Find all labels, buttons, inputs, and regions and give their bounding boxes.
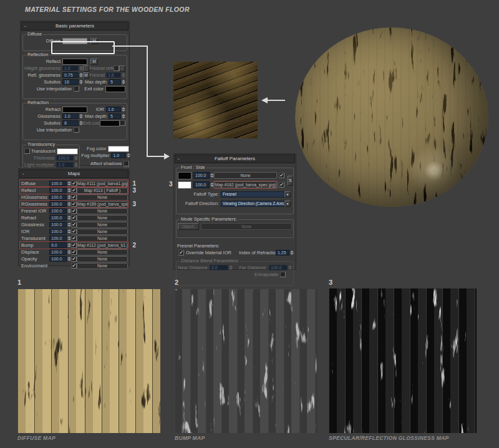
reflection-exit-color-swatch[interactable]: [105, 86, 125, 92]
translucent-checkbox[interactable]: [24, 148, 30, 154]
map-slot-button[interactable]: Map #111 (pod_barva1.jpg): [77, 181, 128, 187]
map-slot-button[interactable]: None: [77, 256, 128, 262]
collapse-icon[interactable]: -: [24, 22, 26, 29]
refraction-subdivs-spinner[interactable]: [79, 120, 83, 126]
reflection-subdivs-spinner[interactable]: [79, 79, 83, 85]
map-slot-button[interactable]: None: [77, 249, 128, 255]
light-multiplier-spinner[interactable]: [74, 162, 78, 168]
map-amount-spinner[interactable]: [67, 236, 71, 241]
map-enable-checkbox[interactable]: ✔: [71, 242, 77, 248]
side-color-swatch[interactable]: [178, 181, 191, 189]
side-map-checkbox[interactable]: ✔: [279, 182, 284, 188]
fresnel-reflections-checkbox[interactable]: [114, 65, 119, 71]
light-multiplier-field[interactable]: 1.0: [56, 162, 74, 168]
map-amount-spinner[interactable]: [67, 194, 71, 200]
basic-parameters-rollout-header[interactable]: - Basic parameters: [21, 22, 128, 31]
refract-color-swatch[interactable]: [62, 107, 87, 113]
collapse-icon[interactable]: -: [178, 155, 180, 162]
refl-glossiness-field[interactable]: 0.75: [62, 72, 79, 78]
affect-shadows-checkbox[interactable]: [124, 161, 129, 166]
refraction-glossiness-field[interactable]: 1.0: [62, 113, 79, 119]
map-enable-checkbox[interactable]: ✔: [71, 215, 77, 221]
falloff-type-dropdown[interactable]: Fresnel: [221, 191, 284, 198]
refraction-use-interpolation-checkbox[interactable]: [74, 127, 79, 133]
map-slot-button[interactable]: None: [77, 222, 128, 228]
map-amount-field[interactable]: 100.0: [49, 256, 67, 262]
map-amount-field[interactable]: 100.0: [49, 188, 67, 193]
refraction-exit-color-swatch[interactable]: [100, 120, 120, 126]
map-amount-spinner[interactable]: [67, 249, 71, 255]
map-enable-checkbox[interactable]: ✔: [71, 188, 77, 193]
map-amount-field[interactable]: 9.0: [49, 242, 67, 248]
map-slot-button[interactable]: None: [77, 208, 128, 214]
map-amount-field[interactable]: 100.0: [49, 208, 67, 214]
refl-glossiness-spinner[interactable]: [79, 72, 83, 78]
map-slot-button[interactable]: None: [77, 229, 128, 235]
falloff-rollout-header[interactable]: - Falloff Parameters: [175, 155, 295, 163]
refraction-subdivs-field[interactable]: 8: [62, 120, 79, 126]
falloff-direction-dropdown[interactable]: Viewing Direction (Camera Z-Axis): [221, 201, 284, 207]
fog-multiplier-field[interactable]: 1.0: [111, 153, 126, 158]
map-amount-spinner[interactable]: [67, 201, 71, 207]
refl-glossiness-map-button[interactable]: M: [83, 72, 89, 79]
reflection-use-interpolation-checkbox[interactable]: [74, 86, 79, 92]
hilight-lock-button[interactable]: L: [83, 65, 89, 72]
front-map-checkbox[interactable]: ✔: [279, 173, 284, 178]
map-slot-button[interactable]: Map #113 ( Falloff ): [77, 188, 128, 194]
index-of-refraction-spinner[interactable]: [289, 250, 294, 255]
hilight-glossiness-spinner[interactable]: [79, 65, 83, 71]
map-slot-button[interactable]: None: [77, 194, 128, 201]
front-map-slot-button[interactable]: None: [214, 172, 277, 179]
dropdown-arrow-icon[interactable]: ▼: [284, 201, 291, 207]
reflection-subdivs-field[interactable]: 16: [62, 79, 79, 85]
refraction-max-depth-spinner[interactable]: [121, 113, 125, 119]
near-distance-spinner[interactable]: [228, 265, 233, 270]
side-amount-spinner[interactable]: [210, 182, 214, 188]
map-amount-field[interactable]: 100.0: [49, 229, 67, 234]
refraction-ior-spinner[interactable]: [121, 107, 125, 112]
far-distance-field[interactable]: 100.0: [269, 265, 288, 270]
override-material-ior-checkbox[interactable]: ✔: [178, 250, 184, 255]
map-amount-field[interactable]: 100.0: [49, 181, 67, 186]
translucent-color-swatch[interactable]: [57, 148, 78, 155]
front-amount-field[interactable]: 100.0: [193, 172, 210, 179]
fresnel-lock-button[interactable]: L: [119, 65, 125, 72]
map-amount-spinner[interactable]: [67, 222, 71, 227]
map-amount-spinner[interactable]: [67, 242, 71, 248]
map-enable-checkbox[interactable]: ✔: [71, 229, 77, 234]
map-amount-spinner[interactable]: [67, 229, 71, 234]
side-amount-field[interactable]: 100.0: [193, 181, 210, 188]
refraction-ior-field[interactable]: 1.6: [106, 107, 121, 112]
map-amount-field[interactable]: 100.0: [49, 222, 67, 227]
near-distance-field[interactable]: 0.0: [210, 265, 228, 270]
far-distance-spinner[interactable]: [288, 265, 292, 270]
thickness-spinner[interactable]: [74, 155, 78, 161]
map-enable-checkbox[interactable]: ✔: [71, 236, 77, 241]
map-enable-checkbox[interactable]: ✔: [71, 256, 77, 262]
thickness-field[interactable]: 100.0: [56, 155, 74, 161]
refraction-exit-color-checkbox[interactable]: [120, 120, 125, 126]
maps-rollout-header[interactable]: - Maps: [19, 169, 128, 178]
fog-multiplier-spinner[interactable]: [126, 153, 130, 158]
reflection-max-depth-spinner[interactable]: [121, 79, 125, 85]
map-enable-checkbox[interactable]: ✔: [71, 181, 77, 186]
swap-front-side-button[interactable]: ⇅: [288, 176, 293, 186]
reflection-max-depth-field[interactable]: 5: [109, 79, 121, 85]
map-slot-button[interactable]: None: [77, 263, 128, 269]
map-slot-button[interactable]: Map #189 (pod_barva_spec.jpg): [77, 201, 128, 207]
fog-color-swatch[interactable]: [108, 146, 129, 152]
map-amount-field[interactable]: 100.0: [49, 194, 67, 200]
front-color-swatch[interactable]: [178, 172, 191, 179]
map-slot-button[interactable]: None: [77, 215, 128, 221]
map-enable-checkbox[interactable]: ✔: [71, 208, 77, 214]
fresnel-ior-field[interactable]: 1.6: [106, 72, 121, 78]
map-amount-spinner[interactable]: [67, 215, 71, 221]
refraction-glossiness-spinner[interactable]: [79, 113, 83, 119]
object-slot-button[interactable]: None: [201, 223, 292, 230]
reflect-color-swatch[interactable]: [62, 59, 87, 65]
hilight-glossiness-field[interactable]: 1.0: [62, 65, 79, 71]
map-enable-checkbox[interactable]: ✔: [71, 249, 77, 255]
map-slot-button[interactable]: Map #112 (pod_barva_b1.jpg): [77, 242, 128, 249]
extrapolate-checkbox[interactable]: [280, 272, 286, 277]
fresnel-ior-spinner[interactable]: [121, 72, 125, 78]
